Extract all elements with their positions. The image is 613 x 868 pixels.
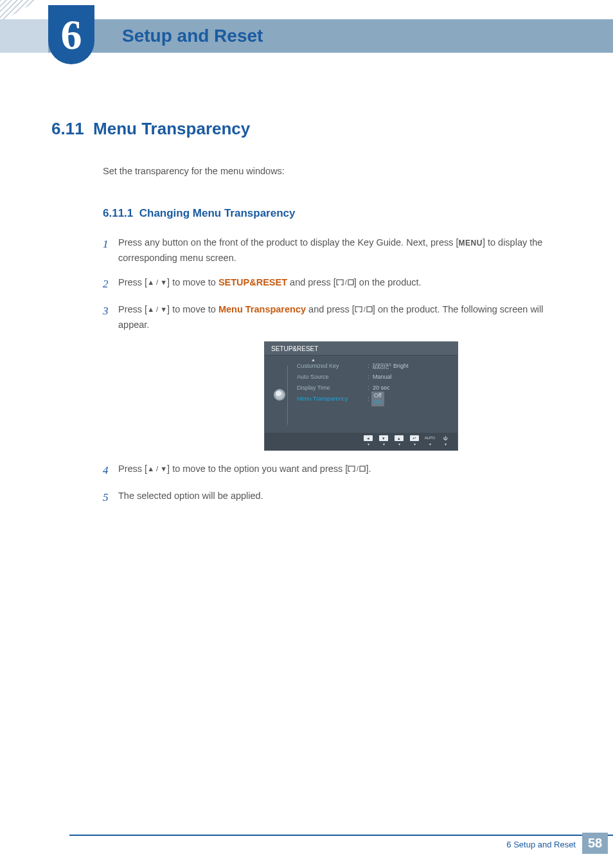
subsection-heading: 6.11.1 Changing Menu Transparency [103, 207, 568, 220]
step-text: Press [▲ / ▼] to move to Menu Transparen… [118, 302, 568, 333]
guide-auto-icon: AUTO▾ [423, 435, 437, 446]
svg-rect-4 [355, 307, 362, 312]
page-footer: 6 Setup and Reset 58 [0, 835, 613, 854]
svg-text:/: / [345, 279, 347, 286]
samsung-magic-icon: SAMSUNGMAGIC [373, 363, 391, 370]
osd-value: SAMSUNGMAGIC Bright [373, 363, 409, 369]
header-light-strip [0, 19, 48, 53]
step-3: 3 Press [▲ / ▼] to move to Menu Transpar… [103, 302, 568, 333]
footer-page-number: 58 [582, 833, 608, 854]
section-number: 6.11 [51, 119, 84, 138]
subsection-number: 6.11.1 [103, 207, 133, 219]
step-number: 2 [103, 275, 118, 293]
subsection-title: Changing Menu Transparency [139, 207, 296, 219]
guide-back-icon: ◂▾ [361, 435, 375, 446]
osd-figure: SETUP&RESET ▲ Customized Key : SAMSUNGMA… [154, 342, 568, 450]
step-number: 4 [103, 462, 118, 480]
text-fragment: and press [ [287, 277, 336, 287]
osd-label: Menu Transparency [297, 395, 368, 402]
chapter-number-badge: 6 [48, 5, 94, 64]
highlight-menutransparency: Menu Transparency [218, 304, 306, 314]
step-1: 1 Press any button on the front of the p… [103, 235, 568, 266]
step-number: 5 [103, 489, 118, 507]
steps-list: 1 Press any button on the front of the p… [103, 235, 568, 507]
text-fragment: ] to move to [167, 277, 218, 287]
menu-key-label: MENU [459, 239, 483, 248]
chapter-number: 6 [61, 10, 82, 59]
osd-key-guide: ◂▾ ▾▾ ▴▾ ↵▾ AUTO▾ ⏻▾ [265, 433, 458, 450]
step-number: 3 [103, 302, 118, 333]
colon: : [368, 374, 373, 380]
guide-power-icon: ⏻▾ [438, 435, 452, 446]
guide-down-icon: ▾▾ [377, 435, 391, 446]
osd-value: 20 sec [373, 384, 390, 391]
svg-text:/: / [364, 306, 366, 313]
enter-source-icon: / [336, 277, 354, 287]
up-down-icon: ▲ / ▼ [147, 305, 167, 313]
option-dropdown: Off On [371, 392, 384, 406]
osd-title: SETUP&RESET [265, 342, 458, 356]
step-2: 2 Press [▲ / ▼] to move to SETUP&RESET a… [103, 275, 568, 293]
step-text: Press [▲ / ▼] to move to SETUP&RESET and… [118, 275, 568, 293]
scroll-up-icon: ▲ [311, 357, 315, 362]
text-fragment: ] on the product. [354, 277, 422, 287]
osd-label: Display Time [297, 384, 368, 391]
step-text: Press [▲ / ▼] to move to the option you … [118, 462, 568, 480]
text-fragment: Press any button on the front of the pro… [118, 237, 459, 248]
highlight-setupreset: SETUP&RESET [218, 277, 287, 287]
osd-body: ▲ Customized Key : SAMSUNGMAGIC Bright [265, 356, 458, 433]
step-5: 5 The selected option will be applied. [103, 489, 568, 507]
osd-value: Manual [373, 374, 392, 380]
gear-icon [275, 390, 284, 399]
step-text: Press any button on the front of the pro… [118, 235, 568, 266]
svg-rect-8 [348, 466, 355, 471]
section-heading: 6.11 Menu Transparency [51, 119, 568, 139]
header-blue-strip: Setup and Reset [48, 19, 613, 53]
osd-rows: Customized Key : SAMSUNGMAGIC Bright Aut… [288, 361, 451, 417]
osd-label: Auto Source [297, 374, 368, 380]
up-down-icon: ▲ / ▼ [147, 465, 167, 473]
osd-row-customized-key: Customized Key : SAMSUNGMAGIC Bright [297, 361, 451, 372]
svg-rect-3 [348, 280, 353, 285]
text-fragment: Press [ [118, 304, 147, 314]
section-title: Menu Transparency [93, 119, 250, 138]
option-off: Off [374, 392, 382, 399]
osd-row-auto-source: Auto Source : Manual [297, 372, 451, 383]
page-content: 6.11 Menu Transparency Set the transpare… [51, 119, 568, 516]
text-fragment: Press [ [118, 277, 147, 287]
guide-enter-icon: ↵▾ [407, 435, 422, 446]
step-4: 4 Press [▲ / ▼] to move to the option yo… [103, 462, 568, 480]
text-fragment: ]. [366, 464, 371, 474]
text-fragment: ] to move to [167, 304, 218, 314]
colon: : [368, 363, 373, 369]
enter-source-icon: / [355, 304, 373, 314]
text-fragment: Press [ [118, 464, 147, 474]
text-fragment: and press [ [306, 304, 355, 314]
chapter-title: Setup and Reset [122, 26, 263, 46]
section-intro: Set the transparency for the menu window… [103, 166, 568, 176]
step-number: 1 [103, 235, 118, 266]
svg-rect-11 [360, 466, 365, 471]
svg-text:/: / [357, 466, 359, 473]
colon: : [368, 384, 373, 391]
osd-label: Customized Key [297, 363, 368, 369]
osd-category-icon-col [271, 361, 288, 417]
text-fragment: Bright [393, 363, 409, 369]
text-fragment: ] to move to the option you want and pre… [167, 464, 348, 474]
svg-rect-7 [367, 307, 372, 312]
svg-rect-0 [337, 280, 343, 285]
up-down-icon: ▲ / ▼ [147, 278, 167, 286]
osd-panel: SETUP&RESET ▲ Customized Key : SAMSUNGMA… [265, 342, 458, 450]
footer-rule [69, 835, 613, 836]
osd-value: Off On [373, 392, 384, 406]
footer-chapter-label: 6 Setup and Reset [506, 840, 576, 849]
enter-source-icon: / [348, 464, 366, 474]
step-text: The selected option will be applied. [118, 489, 568, 507]
guide-up-icon: ▴▾ [392, 435, 406, 446]
osd-row-menu-transparency: Menu Transparency : Off On [297, 393, 451, 404]
option-on: On [374, 399, 382, 405]
